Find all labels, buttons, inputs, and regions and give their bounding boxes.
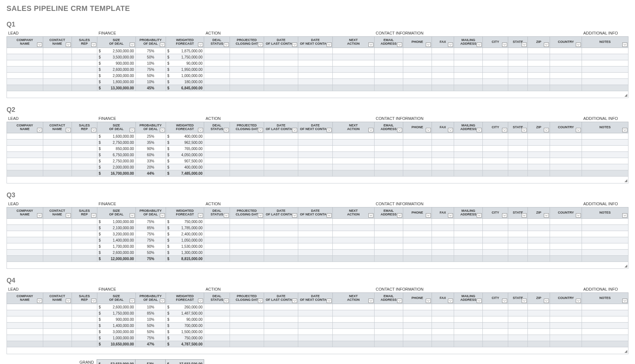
cell-status[interactable] (204, 60, 230, 66)
cell-country[interactable] (550, 146, 582, 152)
cell-mailing[interactable] (454, 304, 483, 310)
header-next[interactable]: DATEOF NEXT CONTACT (298, 293, 332, 304)
cell-phone[interactable] (403, 66, 432, 73)
table-row[interactable]: $1,000,000.0075%$750,000.00 (7, 219, 628, 225)
filter-dropdown-icon[interactable] (160, 299, 165, 303)
cell-city[interactable] (483, 164, 508, 170)
filter-dropdown-icon[interactable] (66, 128, 71, 132)
cell-forecast[interactable]: $1,875,000.00 (166, 48, 204, 54)
cell-size[interactable]: $2,600,000.00 (97, 304, 136, 310)
cell-last[interactable] (264, 73, 298, 79)
cell-phone[interactable] (403, 250, 432, 256)
cell-city[interactable] (483, 225, 508, 231)
cell-status[interactable] (204, 304, 230, 310)
cell-mailing[interactable] (454, 335, 483, 341)
filter-dropdown-icon[interactable] (622, 299, 627, 303)
cell-contact[interactable] (43, 250, 72, 256)
filter-dropdown-icon[interactable] (522, 128, 527, 132)
cell-country[interactable] (550, 73, 582, 79)
cell-city[interactable] (483, 152, 508, 158)
cell-closing[interactable] (230, 164, 264, 170)
cell-action[interactable] (332, 73, 374, 79)
cell-notes[interactable] (582, 250, 628, 256)
cell-zip[interactable] (527, 133, 550, 139)
table-row[interactable]: $3,500,000.0050%$1,750,000.00 (7, 54, 628, 60)
cell-contact[interactable] (43, 164, 72, 170)
cell-forecast[interactable]: $1,785,000.00 (166, 225, 204, 231)
filter-dropdown-icon[interactable] (477, 213, 482, 218)
cell-phone[interactable] (403, 310, 432, 316)
cell-company[interactable] (7, 237, 43, 243)
filter-dropdown-icon[interactable] (622, 213, 627, 218)
cell-last[interactable] (264, 237, 298, 243)
header-email[interactable]: EMAILADDRESS (374, 122, 403, 133)
cell-fax[interactable] (432, 146, 454, 152)
cell-zip[interactable] (527, 139, 550, 146)
cell-zip[interactable] (527, 225, 550, 231)
cell-forecast[interactable]: $90,000.00 (166, 60, 204, 66)
cell-fax[interactable] (432, 243, 454, 250)
cell-notes[interactable] (582, 54, 628, 60)
filter-dropdown-icon[interactable] (224, 43, 229, 47)
cell-contact[interactable] (43, 73, 72, 79)
filter-dropdown-icon[interactable] (502, 43, 507, 47)
cell-mailing[interactable] (454, 225, 483, 231)
table-row[interactable]: $2,600,000.0050%$1,300,000.00 (7, 250, 628, 256)
header-company[interactable]: COMPANYNAME (7, 207, 43, 219)
cell-mailing[interactable] (454, 54, 483, 60)
cell-city[interactable] (483, 237, 508, 243)
cell-mailing[interactable] (454, 133, 483, 139)
cell-last[interactable] (264, 139, 298, 146)
cell-notes[interactable] (582, 158, 628, 164)
filter-dropdown-icon[interactable] (224, 128, 229, 132)
cell-zip[interactable] (527, 219, 550, 225)
cell-company[interactable] (7, 243, 43, 250)
cell-phone[interactable] (403, 139, 432, 146)
filter-dropdown-icon[interactable] (160, 43, 165, 47)
filter-dropdown-icon[interactable] (426, 299, 431, 303)
header-prob[interactable]: PROBABILITYOF DEAL (136, 37, 166, 48)
header-size[interactable]: SIZEOF DEAL (97, 37, 136, 48)
cell-fax[interactable] (432, 335, 454, 341)
cell-status[interactable] (204, 323, 230, 329)
header-phone[interactable]: PHONE (403, 207, 432, 219)
cell-zip[interactable] (527, 60, 550, 66)
filter-dropdown-icon[interactable] (258, 299, 263, 303)
cell-next[interactable] (298, 243, 332, 250)
filter-dropdown-icon[interactable] (502, 299, 507, 303)
cell-size[interactable]: $1,600,000.00 (97, 133, 136, 139)
cell-prob[interactable]: 75% (136, 48, 166, 54)
cell-notes[interactable] (582, 335, 628, 341)
cell-fax[interactable] (432, 323, 454, 329)
cell-state[interactable] (508, 60, 528, 66)
cell-contact[interactable] (43, 243, 72, 250)
cell-next[interactable] (298, 164, 332, 170)
cell-zip[interactable] (527, 237, 550, 243)
cell-mailing[interactable] (454, 66, 483, 73)
cell-action[interactable] (332, 60, 374, 66)
table-row[interactable]: $2,000,000.0050%$1,000,000.00 (7, 73, 628, 79)
cell-rep[interactable] (72, 329, 97, 335)
cell-zip[interactable] (527, 164, 550, 170)
cell-next[interactable] (298, 250, 332, 256)
filter-dropdown-icon[interactable] (397, 213, 402, 218)
cell-action[interactable] (332, 48, 374, 54)
header-mailing[interactable]: MAILINGADDRESS (454, 37, 483, 48)
cell-mailing[interactable] (454, 146, 483, 152)
cell-closing[interactable] (230, 225, 264, 231)
cell-city[interactable] (483, 231, 508, 237)
cell-city[interactable] (483, 219, 508, 225)
table-row[interactable]: $2,600,000.0075%$1,950,000.00 (7, 66, 628, 73)
cell-city[interactable] (483, 323, 508, 329)
cell-email[interactable] (374, 158, 403, 164)
cell-zip[interactable] (527, 243, 550, 250)
cell-action[interactable] (332, 54, 374, 60)
cell-company[interactable] (7, 225, 43, 231)
cell-mailing[interactable] (454, 250, 483, 256)
header-action[interactable]: NEXTACTION (332, 293, 374, 304)
cell-zip[interactable] (527, 310, 550, 316)
cell-notes[interactable] (582, 48, 628, 54)
header-contact[interactable]: CONTACTNAME (43, 37, 72, 48)
filter-dropdown-icon[interactable] (292, 213, 297, 218)
filter-dropdown-icon[interactable] (198, 43, 203, 47)
